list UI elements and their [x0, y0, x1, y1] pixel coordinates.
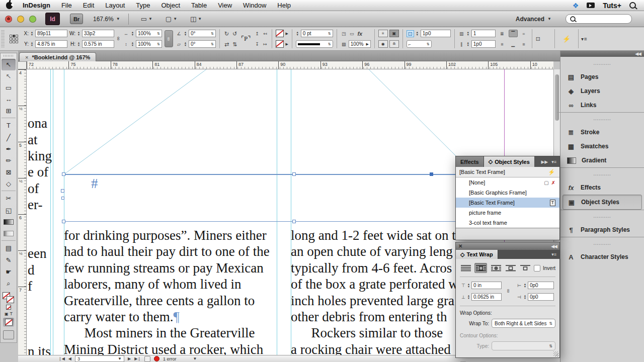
object-style-row[interactable]: picture frame: [456, 208, 559, 218]
constrain-scale-button[interactable]: ∞: [165, 30, 173, 47]
tool-button[interactable]: ↖: [2, 59, 16, 70]
quick-apply-icon[interactable]: ⚡: [548, 169, 555, 175]
formatting-text-icon[interactable]: T: [10, 311, 13, 316]
reference-point-proxy[interactable]: [10, 35, 18, 43]
menu-item[interactable]: Help: [277, 2, 291, 9]
frame-handle[interactable]: [292, 220, 296, 223]
dock-panel-button[interactable]: Stroke: [562, 125, 642, 139]
stroke-swatch[interactable]: [276, 40, 284, 48]
dock-panel-button[interactable]: Paragraph Styles: [562, 223, 642, 237]
scale-x-field[interactable]: 100%⇅: [136, 30, 162, 37]
wrap-around-bounding-box-button[interactable]: [474, 263, 487, 273]
panel-resize-grip[interactable]: [553, 351, 558, 356]
right-offset-field[interactable]: 0p0: [528, 293, 554, 301]
width-field[interactable]: 33p2: [82, 30, 114, 37]
preflight-icon[interactable]: [144, 356, 150, 362]
wrap-around-bounding-box-button[interactable]: ▣: [389, 30, 399, 37]
ruler-origin-box[interactable]: [18, 61, 27, 69]
next-page-button[interactable]: ▶: [128, 356, 131, 361]
vertical-justify-bottom-button[interactable]: ▁: [509, 40, 518, 48]
align-last-button[interactable]: ≡: [498, 40, 507, 48]
arrange-documents-button[interactable]: ◫▼: [190, 15, 202, 23]
frame-handle[interactable]: [430, 172, 433, 176]
corner-shape-icon[interactable]: ◳: [341, 31, 347, 37]
quick-apply-button[interactable]: ⚡: [562, 35, 571, 43]
dock-panel-button[interactable]: Character Styles: [562, 250, 642, 264]
apple-menu-icon[interactable]: [6, 2, 13, 9]
contour-type-select[interactable]: ⇅: [492, 341, 555, 350]
zoom-level-dropdown[interactable]: 167.6%▼: [93, 16, 120, 23]
wrap-around-object-shape-button[interactable]: ◉: [378, 40, 388, 48]
tool-button[interactable]: [2, 228, 16, 239]
page-number-combobox[interactable]: 3▼: [75, 355, 124, 362]
vertical-justify-center-button[interactable]: =: [519, 30, 528, 37]
frame-handle[interactable]: [62, 220, 65, 223]
h-stepper[interactable]: ▲▼: [77, 42, 80, 46]
dock-collapse-bar[interactable]: ◀◀: [560, 51, 644, 57]
apply-none-button[interactable]: [3, 318, 14, 327]
tool-button[interactable]: ⌕: [2, 278, 16, 289]
tool-button[interactable]: ↔: [2, 94, 16, 105]
tool-button[interactable]: ✏: [2, 155, 16, 166]
corner-radius-select[interactable]: ⌐⇅: [407, 40, 432, 48]
tool-button[interactable]: ▭: [2, 82, 16, 94]
dropbox-icon[interactable]: ❖: [573, 2, 579, 10]
y-stepper[interactable]: ▲▼: [30, 42, 34, 46]
fit-frame-button[interactable]: ⊡: [535, 36, 541, 42]
screen-mode-button[interactable]: ▢▼: [166, 15, 177, 23]
dock-panel-button[interactable]: Swatches: [562, 139, 642, 153]
dock-panel-button[interactable]: Layers: [562, 84, 642, 98]
vertical-justify-top-button[interactable]: ▔: [509, 30, 518, 37]
constrain-dimensions-icon[interactable]: ∞: [115, 36, 122, 42]
w-stepper[interactable]: ▲▼: [77, 31, 80, 36]
object-style-row[interactable]: [Basic Graphics Frame]: [456, 188, 559, 198]
tool-button[interactable]: ↖: [2, 70, 16, 82]
formatting-container-icon[interactable]: ▣: [5, 312, 9, 316]
menu-item[interactable]: Table: [191, 2, 207, 9]
previous-page-button[interactable]: ◀: [68, 356, 71, 361]
wrap-around-object-shape-button[interactable]: [490, 263, 502, 273]
frame-handle[interactable]: [61, 189, 64, 193]
screen-recording-icon[interactable]: [587, 3, 595, 8]
select-container-button[interactable]: ↥: [254, 31, 260, 37]
jump-object-button[interactable]: [505, 263, 516, 273]
tool-button[interactable]: ◱: [2, 205, 16, 216]
menu-item[interactable]: InDesign: [23, 2, 50, 9]
horizontal-ruler[interactable]: 7275788184879093969910210510: [27, 61, 553, 69]
dock-panel-button[interactable]: Links: [562, 98, 642, 112]
tool-button[interactable]: ✎: [2, 254, 16, 266]
menu-item[interactable]: Type: [136, 2, 150, 9]
frame-handle[interactable]: [292, 172, 296, 176]
scrollbar-thumb[interactable]: [555, 74, 559, 121]
tool-button[interactable]: ✂: [2, 191, 16, 205]
rotate-cw-button[interactable]: ↻: [223, 31, 230, 37]
tool-button[interactable]: ⊠: [2, 166, 16, 178]
align-left-button[interactable]: ≣: [498, 30, 507, 37]
height-field[interactable]: 0.575 in: [82, 40, 114, 48]
flip-horizontal-button[interactable]: ⇄: [223, 41, 230, 47]
tool-button[interactable]: [2, 216, 16, 228]
window-zoom-button[interactable]: [29, 16, 36, 23]
no-wrap-button[interactable]: [460, 263, 471, 273]
tool-button[interactable]: T: [2, 118, 16, 132]
menu-item[interactable]: Edit: [83, 2, 94, 9]
gutter-field[interactable]: 1p0: [471, 40, 496, 48]
tab-effects[interactable]: Effects: [456, 156, 484, 167]
dock-panel-button[interactable]: Pages: [562, 70, 642, 84]
bottom-offset-field[interactable]: 0.0625 in: [471, 293, 502, 301]
preflight-menu-button[interactable]: ▼: [193, 356, 197, 361]
first-page-button[interactable]: ❘◀: [58, 356, 65, 361]
frame-handle[interactable]: [62, 172, 65, 176]
shear-angle-field[interactable]: 0°⇅: [189, 40, 216, 48]
dock-panel-button[interactable]: Gradient: [562, 153, 642, 167]
document-tab[interactable]: × *Booklet.indd @ 167%: [19, 52, 96, 62]
stroke-type-select[interactable]: ⇅: [296, 40, 333, 48]
inset-spacing-field[interactable]: 1p0: [421, 30, 451, 37]
panel-grip[interactable]: [1, 30, 5, 47]
no-text-wrap-button[interactable]: ≡: [378, 30, 388, 37]
select-previous-object-button[interactable]: ↤: [262, 31, 268, 37]
tool-button[interactable]: ◇: [2, 178, 16, 190]
wrap-to-select[interactable]: Both Right & Left Sides⇅: [492, 319, 555, 328]
close-tab-icon[interactable]: ×: [25, 54, 28, 60]
spotlight-search-icon[interactable]: [629, 2, 636, 9]
